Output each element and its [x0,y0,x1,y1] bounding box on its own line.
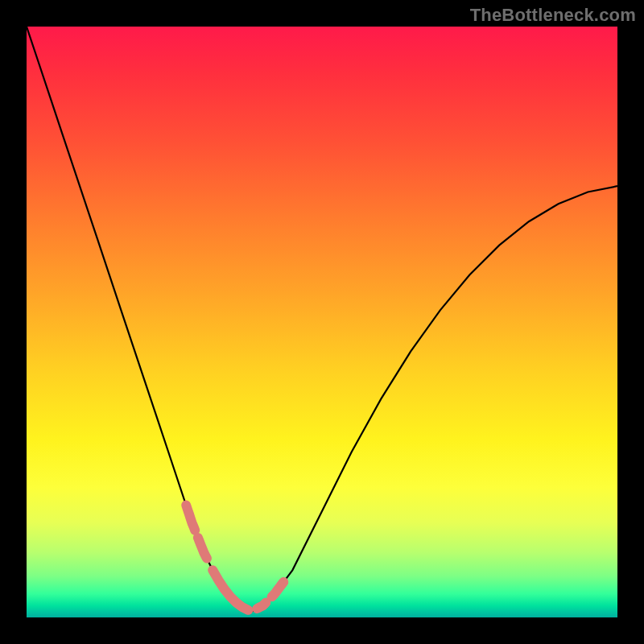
plot-area [27,27,617,617]
bead-segment [186,506,195,530]
curve-layer [27,27,617,617]
chart-container: TheBottleneck.com [0,0,644,644]
optimal-zone-beads [186,506,283,610]
bead-segment [272,582,284,597]
bead-segment [213,570,248,610]
watermark: TheBottleneck.com [470,5,636,26]
bottleneck-curve [27,27,617,612]
bead-segment [257,603,266,609]
bead-segment [198,538,207,559]
